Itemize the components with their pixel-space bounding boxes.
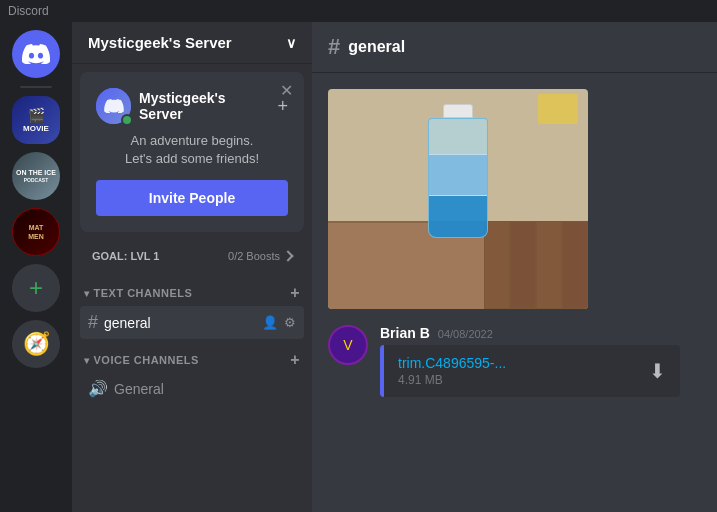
popup-description: An adventure begins. Let's add some frie…: [96, 132, 288, 168]
message-body: Brian B 04/08/2022 trim.C4896595-... 4.9…: [380, 325, 701, 397]
add-icon: +: [29, 274, 43, 302]
message-timestamp: 04/08/2022: [438, 328, 493, 340]
file-info: trim.C4896595-... 4.91 MB: [398, 355, 506, 387]
explore-servers-button[interactable]: 🧭: [12, 320, 60, 368]
app-layout: 🎬 MOVIE ON THE ICE PODCAST MAT MEN + 🧭: [0, 22, 717, 512]
voice-channels-section: ▾ VOICE CHANNELS + 🔊 General: [72, 347, 312, 404]
channel-settings-icon[interactable]: ⚙: [284, 315, 296, 330]
message-item: V Brian B 04/08/2022 trim.C4896595-... 4…: [328, 325, 701, 397]
chat-messages: V Brian B 04/08/2022 trim.C4896595-... 4…: [312, 73, 717, 512]
voice-speaker-icon: 🔊: [88, 379, 108, 398]
voice-channel-left: 🔊 General: [88, 379, 164, 398]
popup-server-name: Mysticgeek's Server: [139, 90, 269, 122]
voice-channels-header[interactable]: ▾ VOICE CHANNELS +: [80, 347, 304, 373]
download-icon[interactable]: ⬇: [649, 359, 666, 383]
compass-icon: 🧭: [23, 331, 50, 357]
voice-channel-name: General: [114, 381, 164, 397]
main-content: # general: [312, 22, 717, 512]
message-username: Brian B: [380, 325, 430, 341]
channel-name-general: general: [104, 315, 151, 331]
server-icon-2[interactable]: ON THE ICE PODCAST: [12, 152, 60, 200]
add-member-icon[interactable]: 👤: [262, 315, 278, 330]
boost-goal-label: GOAL: LVL 1: [92, 250, 159, 262]
online-indicator: [121, 114, 133, 126]
popup-server-avatar: [96, 88, 131, 124]
bottle: [423, 104, 493, 244]
server-icon-1[interactable]: 🎬 MOVIE: [12, 96, 60, 144]
svg-text:V: V: [343, 337, 353, 353]
channel-item-left: # general: [88, 312, 151, 333]
dropdown-icon: ∨: [286, 35, 296, 51]
server-header[interactable]: Mysticgeek's Server ∨: [72, 22, 312, 64]
boost-goal-count: 0/2 Boosts: [228, 250, 292, 262]
server-name: Mysticgeek's Server: [88, 34, 232, 51]
app-title: Discord: [8, 4, 49, 18]
boost-goal-bar[interactable]: GOAL: LVL 1 0/2 Boosts: [80, 244, 304, 268]
chat-image: [328, 89, 588, 309]
server-popup-card: ✕ Mysticgeek's Server + An adventure beg…: [80, 72, 304, 232]
chat-header: # general: [312, 22, 717, 73]
add-server-button[interactable]: +: [12, 264, 60, 312]
title-bar: Discord: [0, 0, 717, 22]
add-voice-channel-icon[interactable]: +: [290, 351, 300, 369]
text-channels-section: ▾ TEXT CHANNELS + # general 👤 ⚙: [72, 280, 312, 339]
chat-channel-name: general: [348, 38, 405, 56]
channel-item-general-voice[interactable]: 🔊 General: [80, 373, 304, 404]
file-attachment[interactable]: trim.C4896595-... 4.91 MB ⬇: [380, 345, 680, 397]
chat-hash-icon: #: [328, 34, 340, 60]
add-text-channel-icon[interactable]: +: [290, 284, 300, 302]
server-icon-home[interactable]: [12, 30, 60, 78]
popup-header: Mysticgeek's Server +: [96, 88, 288, 124]
text-channels-label: TEXT CHANNELS: [94, 287, 193, 299]
text-channels-header[interactable]: ▾ TEXT CHANNELS +: [80, 280, 304, 306]
boost-chevron-icon: [282, 251, 293, 262]
server-sidebar: 🎬 MOVIE ON THE ICE PODCAST MAT MEN + 🧭: [0, 22, 72, 512]
user-avatar: V: [328, 325, 368, 365]
channel-actions: 👤 ⚙: [262, 315, 296, 330]
invite-people-button[interactable]: Invite People: [96, 180, 288, 216]
channel-hash-icon: #: [88, 312, 98, 333]
file-name: trim.C4896595-...: [398, 355, 506, 371]
server-divider: [20, 86, 52, 88]
channel-item-general[interactable]: # general 👤 ⚙: [80, 306, 304, 339]
server-icon-3[interactable]: MAT MEN: [12, 208, 60, 256]
file-size: 4.91 MB: [398, 373, 506, 387]
popup-close-button[interactable]: ✕: [276, 80, 296, 100]
bottle-scene: [328, 89, 588, 309]
channel-sidebar: Mysticgeek's Server ∨ ✕ Mysticgeek's Ser…: [72, 22, 312, 512]
message-header: Brian B 04/08/2022: [380, 325, 701, 341]
voice-channels-label: VOICE CHANNELS: [94, 354, 199, 366]
